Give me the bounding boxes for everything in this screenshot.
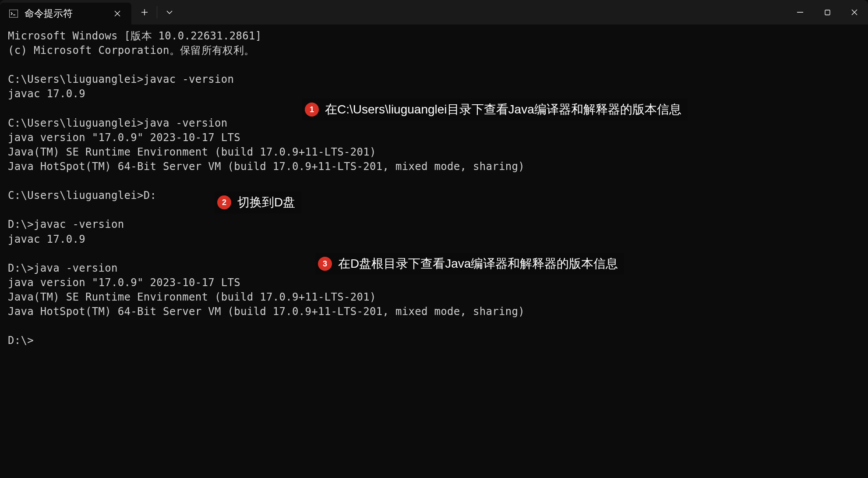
annotation-badge: 3	[318, 257, 332, 271]
cmd-icon	[9, 9, 18, 18]
annotation-1: 1在C:\Users\liuguanglei目录下查看Java编译器和解释器的版…	[302, 99, 688, 120]
annotation-text: 在C:\Users\liuguanglei目录下查看Java编译器和解释器的版本…	[325, 101, 681, 118]
maximize-button[interactable]	[814, 0, 841, 25]
annotation-text: 切换到D盘	[237, 194, 295, 211]
tab-title: 命令提示符	[25, 7, 105, 20]
svg-rect-7	[825, 10, 830, 15]
annotation-badge: 2	[217, 195, 231, 209]
titlebar-actions	[131, 0, 179, 25]
annotation-text: 在D盘根目录下查看Java编译器和解释器的版本信息	[338, 255, 618, 272]
new-tab-button[interactable]	[135, 3, 154, 22]
divider	[157, 6, 157, 18]
tab-cmd[interactable]: 命令提示符	[0, 3, 131, 25]
window-controls	[787, 0, 868, 25]
tab-dropdown-button[interactable]	[160, 3, 179, 22]
tab-close-button[interactable]	[111, 7, 123, 20]
titlebar: 命令提示符	[0, 0, 868, 25]
terminal-output[interactable]: Microsoft Windows [版本 10.0.22631.2861] (…	[0, 25, 868, 478]
terminal-window: 命令提示符 Microsoft Windows [	[0, 0, 868, 478]
svg-rect-0	[9, 10, 18, 18]
close-button[interactable]	[841, 0, 868, 25]
annotation-3: 3在D盘根目录下查看Java编译器和解释器的版本信息	[315, 253, 624, 275]
annotation-badge: 1	[305, 103, 319, 117]
annotation-2: 2切换到D盘	[215, 191, 301, 213]
minimize-button[interactable]	[787, 0, 814, 25]
